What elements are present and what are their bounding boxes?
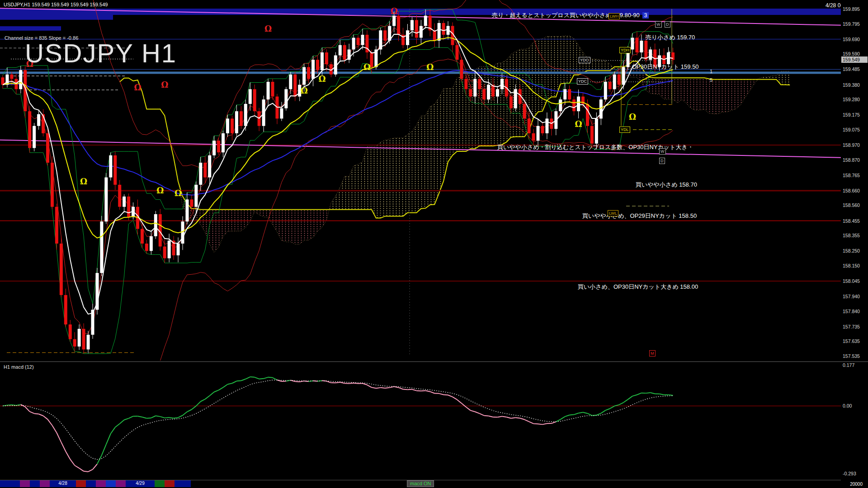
timeline-segment [76,480,86,487]
price-tick: 157.735 [843,324,860,329]
level-label-m: M [649,350,656,357]
timeline-segment: 4/29 [126,480,155,487]
order-note: 買いやや小さめ 158.70 [636,181,697,189]
price-tick: 157.840 [843,309,860,314]
price-tick: 159.795 [843,21,860,27]
omega-marker: Ω [264,24,272,33]
price-tick: 159.485 [843,66,860,72]
price-tick: 158.455 [843,218,860,224]
chart-glyph: + [668,49,670,55]
level-label-d: D [665,21,670,28]
timeline-segment [106,480,116,487]
order-note: 売り小さめ 159.70 [646,33,695,42]
timeline-segment [20,480,30,487]
order-note: OP30日NYカット 159.50 [632,63,699,71]
price-chart-canvas[interactable]: ΩΩΩΩΩΩΩΩΩΩΩΩΩΩ [0,0,868,488]
price-tick: 157.535 [843,353,860,359]
price-tick: 158.250 [843,248,860,253]
price-tick: 158.150 [843,263,860,268]
current-price-tag: 159.549 [841,56,868,63]
level-label-d: D [659,158,665,164]
omega-marker: Ω [80,177,87,186]
omega-marker: Ω [363,62,371,72]
note-badge: 3 [642,12,649,19]
price-tick: 158.560 [843,202,860,208]
macd-toggle-button[interactable]: macd ON [407,480,434,487]
price-tick: 158.355 [843,233,860,238]
level-label-w: W [655,21,662,28]
price-tick: 159.380 [843,82,860,88]
timeline-segment [40,480,50,487]
level-label-ydh: YDH [619,47,631,53]
omega-marker: Ω [301,86,308,95]
price-tick: 158.765 [843,173,860,178]
price-tick: 159.895 [843,6,860,12]
price-tick: 159.175 [843,112,860,117]
order-note: 売り・超えるとストップロス買いやや小さめ 159.80-903 [492,11,649,19]
timeline-segment [96,480,106,487]
timeline-segment [165,480,175,487]
timeline-segment [30,480,40,487]
chart-glyph: 5 [710,77,712,83]
omega-marker: Ω [175,188,182,198]
macd-tick: 0.177 [843,362,854,368]
panel-separator [0,361,868,362]
date-label: 4/28 [58,481,67,486]
order-note: 買いやや小さめ、OP29日NYカット 158.50 [582,212,697,220]
timeline-filler [191,480,841,487]
price-tick: 159.690 [843,37,860,42]
timeline-segment [86,480,96,487]
omega-marker: Ω [629,112,636,122]
omega-marker: Ω [134,83,141,92]
chart-glyph: 1 [710,69,712,74]
level-label-ydo: YDO [579,57,590,63]
level-label-ydl: YDL [619,127,630,133]
price-tick: 157.635 [843,338,860,344]
level-label-w: W [659,148,666,155]
omega-marker: Ω [391,6,398,16]
omega-marker: Ω [426,62,434,72]
price-tick: 158.660 [843,188,860,193]
omega-marker: Ω [575,119,582,129]
price-tick: 158.045 [843,278,860,284]
omega-marker: Ω [318,74,326,84]
price-tick: 159.590 [843,51,860,56]
price-axis[interactable]: 159.895159.795159.690159.590159.485159.3… [841,0,868,488]
omega-marker: Ω [156,186,164,195]
timeline-segment: 4/28 [50,480,76,487]
macd-indicator-label: H1 macd (12) [4,364,34,370]
timeline-segment [116,480,126,487]
timeline-segment [175,480,191,487]
timeline-segment [155,480,165,487]
level-label-ydc: YDC [577,78,588,84]
price-tick: 158.970 [843,142,860,148]
date-label: 4/29 [136,481,144,486]
order-note: 買い小さめ、OP30日NYカット大きめ 158.00 [578,283,698,291]
price-tick: 159.280 [843,97,860,102]
volume-scale-label: 20000 [850,482,863,487]
price-tick: 157.940 [843,294,860,299]
timeline-segment [0,480,20,487]
price-tick: 159.075 [843,127,860,132]
level-label-lwh: LWH [609,13,620,19]
price-tick: 158.870 [843,157,860,163]
symbol-ohlc-title: USDJPY,H1 159.549 159.549 159.549 159.54… [4,2,108,7]
omega-marker: Ω [161,80,168,89]
mt4-chart-window: ΩΩΩΩΩΩΩΩΩΩΩΩΩΩ USDJPY,H1 159.549 159.549… [0,0,868,488]
macd-tick: -0.293 [843,471,856,476]
macd-tick: 0.00 [843,403,852,408]
level-label-lwl: LWL [608,210,618,216]
symbol-watermark: USDJPY H1 [25,38,177,68]
